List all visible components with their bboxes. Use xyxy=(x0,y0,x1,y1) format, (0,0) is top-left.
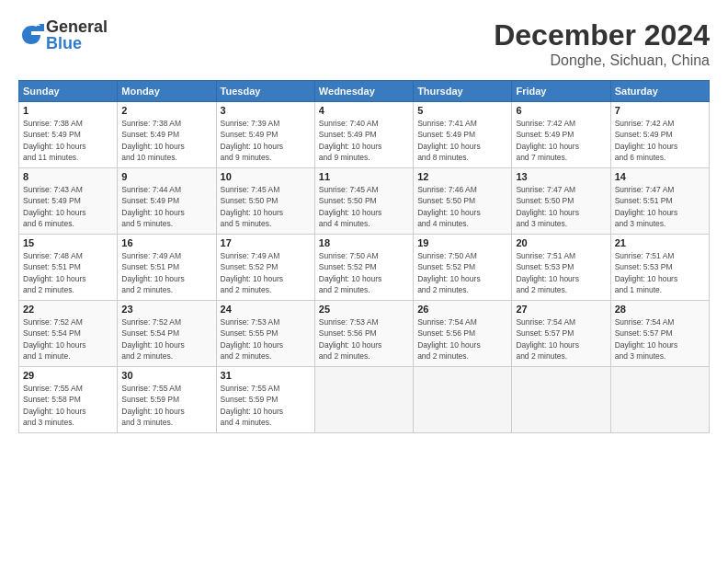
day-number: 9 xyxy=(121,171,211,182)
day-info: Sunrise: 7:51 AM Sunset: 5:53 PM Dayligh… xyxy=(615,250,705,295)
calendar-cell: 27Sunrise: 7:54 AM Sunset: 5:57 PM Dayli… xyxy=(512,301,610,367)
day-number: 8 xyxy=(23,171,113,182)
calendar-cell xyxy=(512,367,610,433)
day-number: 25 xyxy=(319,304,409,315)
day-number: 1 xyxy=(23,105,113,116)
day-number: 23 xyxy=(121,304,211,315)
day-info: Sunrise: 7:49 AM Sunset: 5:52 PM Dayligh… xyxy=(221,250,311,295)
day-info: Sunrise: 7:42 AM Sunset: 5:49 PM Dayligh… xyxy=(615,118,705,163)
calendar-cell: 9Sunrise: 7:44 AM Sunset: 5:49 PM Daylig… xyxy=(118,168,216,235)
calendar-cell: 1Sunrise: 7:38 AM Sunset: 5:49 PM Daylig… xyxy=(19,102,118,168)
calendar-cell: 4Sunrise: 7:40 AM Sunset: 5:49 PM Daylig… xyxy=(314,102,413,168)
title-block: December 2024 Donghe, Sichuan, China xyxy=(494,18,710,69)
day-info: Sunrise: 7:44 AM Sunset: 5:49 PM Dayligh… xyxy=(121,184,211,229)
calendar-cell: 7Sunrise: 7:42 AM Sunset: 5:49 PM Daylig… xyxy=(610,102,709,168)
calendar-cell: 16Sunrise: 7:49 AM Sunset: 5:51 PM Dayli… xyxy=(118,235,216,301)
day-info: Sunrise: 7:55 AM Sunset: 5:58 PM Dayligh… xyxy=(23,383,113,428)
day-info: Sunrise: 7:52 AM Sunset: 5:54 PM Dayligh… xyxy=(121,316,211,362)
location-title: Donghe, Sichuan, China xyxy=(494,52,710,69)
calendar-cell xyxy=(314,367,413,433)
day-info: Sunrise: 7:54 AM Sunset: 5:56 PM Dayligh… xyxy=(417,316,507,362)
day-number: 17 xyxy=(221,237,311,248)
calendar-cell: 17Sunrise: 7:49 AM Sunset: 5:52 PM Dayli… xyxy=(216,235,314,301)
day-number: 18 xyxy=(319,237,409,248)
day-info: Sunrise: 7:46 AM Sunset: 5:50 PM Dayligh… xyxy=(417,184,507,229)
day-number: 29 xyxy=(23,370,113,381)
calendar-cell: 10Sunrise: 7:45 AM Sunset: 5:50 PM Dayli… xyxy=(216,168,314,235)
calendar-week-row: 29Sunrise: 7:55 AM Sunset: 5:58 PM Dayli… xyxy=(19,367,710,433)
day-info: Sunrise: 7:55 AM Sunset: 5:59 PM Dayligh… xyxy=(121,383,211,428)
day-number: 14 xyxy=(615,171,705,182)
calendar-week-row: 22Sunrise: 7:52 AM Sunset: 5:54 PM Dayli… xyxy=(19,301,710,367)
weekday-header: Friday xyxy=(512,81,610,102)
day-info: Sunrise: 7:47 AM Sunset: 5:50 PM Dayligh… xyxy=(516,184,606,229)
calendar-cell: 29Sunrise: 7:55 AM Sunset: 5:58 PM Dayli… xyxy=(19,367,118,433)
weekday-header: Thursday xyxy=(414,81,512,102)
calendar-cell xyxy=(610,367,709,433)
weekday-header: Wednesday xyxy=(314,81,413,102)
weekday-header: Saturday xyxy=(610,81,709,102)
calendar-week-row: 8Sunrise: 7:43 AM Sunset: 5:49 PM Daylig… xyxy=(19,168,710,235)
logo-blue-text: Blue xyxy=(46,35,108,52)
calendar-cell: 24Sunrise: 7:53 AM Sunset: 5:55 PM Dayli… xyxy=(216,301,314,367)
calendar-cell: 14Sunrise: 7:47 AM Sunset: 5:51 PM Dayli… xyxy=(610,168,709,235)
weekday-header: Monday xyxy=(118,81,216,102)
day-info: Sunrise: 7:45 AM Sunset: 5:50 PM Dayligh… xyxy=(319,184,409,229)
day-info: Sunrise: 7:41 AM Sunset: 5:49 PM Dayligh… xyxy=(417,118,507,163)
day-number: 27 xyxy=(516,304,606,315)
day-info: Sunrise: 7:45 AM Sunset: 5:50 PM Dayligh… xyxy=(221,184,311,229)
calendar-cell: 6Sunrise: 7:42 AM Sunset: 5:49 PM Daylig… xyxy=(512,102,610,168)
day-number: 3 xyxy=(221,105,311,116)
calendar-cell: 3Sunrise: 7:39 AM Sunset: 5:49 PM Daylig… xyxy=(216,102,314,168)
logo: General Blue xyxy=(18,18,108,52)
day-info: Sunrise: 7:43 AM Sunset: 5:49 PM Dayligh… xyxy=(23,184,113,229)
day-info: Sunrise: 7:39 AM Sunset: 5:49 PM Dayligh… xyxy=(221,118,311,163)
day-info: Sunrise: 7:54 AM Sunset: 5:57 PM Dayligh… xyxy=(615,316,705,362)
day-number: 30 xyxy=(121,370,211,381)
day-number: 26 xyxy=(417,304,507,315)
page-header: General Blue December 2024 Donghe, Sichu… xyxy=(18,18,710,69)
day-info: Sunrise: 7:50 AM Sunset: 5:52 PM Dayligh… xyxy=(319,250,409,295)
day-number: 31 xyxy=(221,370,311,381)
calendar-table: SundayMondayTuesdayWednesdayThursdayFrid… xyxy=(18,80,710,433)
calendar-cell: 21Sunrise: 7:51 AM Sunset: 5:53 PM Dayli… xyxy=(610,235,709,301)
day-number: 11 xyxy=(319,171,409,182)
day-number: 10 xyxy=(221,171,311,182)
day-number: 19 xyxy=(417,237,507,248)
day-number: 20 xyxy=(516,237,606,248)
calendar-cell xyxy=(414,367,512,433)
day-number: 5 xyxy=(417,105,507,116)
day-number: 2 xyxy=(121,105,211,116)
day-number: 22 xyxy=(23,304,113,315)
calendar-cell: 11Sunrise: 7:45 AM Sunset: 5:50 PM Dayli… xyxy=(314,168,413,235)
calendar-cell: 26Sunrise: 7:54 AM Sunset: 5:56 PM Dayli… xyxy=(414,301,512,367)
day-info: Sunrise: 7:49 AM Sunset: 5:51 PM Dayligh… xyxy=(121,250,211,295)
calendar-cell: 5Sunrise: 7:41 AM Sunset: 5:49 PM Daylig… xyxy=(414,102,512,168)
month-title: December 2024 xyxy=(494,18,710,52)
day-info: Sunrise: 7:47 AM Sunset: 5:51 PM Dayligh… xyxy=(615,184,705,229)
day-number: 7 xyxy=(615,105,705,116)
day-number: 28 xyxy=(615,304,705,315)
day-number: 4 xyxy=(319,105,409,116)
day-info: Sunrise: 7:52 AM Sunset: 5:54 PM Dayligh… xyxy=(23,316,113,362)
calendar-cell: 30Sunrise: 7:55 AM Sunset: 5:59 PM Dayli… xyxy=(118,367,216,433)
weekday-header: Tuesday xyxy=(216,81,314,102)
calendar-cell: 28Sunrise: 7:54 AM Sunset: 5:57 PM Dayli… xyxy=(610,301,709,367)
calendar-week-row: 15Sunrise: 7:48 AM Sunset: 5:51 PM Dayli… xyxy=(19,235,710,301)
day-info: Sunrise: 7:55 AM Sunset: 5:59 PM Dayligh… xyxy=(221,383,311,428)
logo-general-text: General xyxy=(46,18,108,35)
calendar-cell: 8Sunrise: 7:43 AM Sunset: 5:49 PM Daylig… xyxy=(19,168,118,235)
day-number: 15 xyxy=(23,237,113,248)
calendar-cell: 13Sunrise: 7:47 AM Sunset: 5:50 PM Dayli… xyxy=(512,168,610,235)
day-info: Sunrise: 7:53 AM Sunset: 5:55 PM Dayligh… xyxy=(221,316,311,362)
day-info: Sunrise: 7:53 AM Sunset: 5:56 PM Dayligh… xyxy=(319,316,409,362)
day-info: Sunrise: 7:38 AM Sunset: 5:49 PM Dayligh… xyxy=(121,118,211,163)
day-info: Sunrise: 7:50 AM Sunset: 5:52 PM Dayligh… xyxy=(417,250,507,295)
calendar-cell: 12Sunrise: 7:46 AM Sunset: 5:50 PM Dayli… xyxy=(414,168,512,235)
calendar-cell: 15Sunrise: 7:48 AM Sunset: 5:51 PM Dayli… xyxy=(19,235,118,301)
calendar-week-row: 1Sunrise: 7:38 AM Sunset: 5:49 PM Daylig… xyxy=(19,102,710,168)
calendar-cell: 22Sunrise: 7:52 AM Sunset: 5:54 PM Dayli… xyxy=(19,301,118,367)
day-info: Sunrise: 7:38 AM Sunset: 5:49 PM Dayligh… xyxy=(23,118,113,163)
day-number: 13 xyxy=(516,171,606,182)
day-number: 6 xyxy=(516,105,606,116)
